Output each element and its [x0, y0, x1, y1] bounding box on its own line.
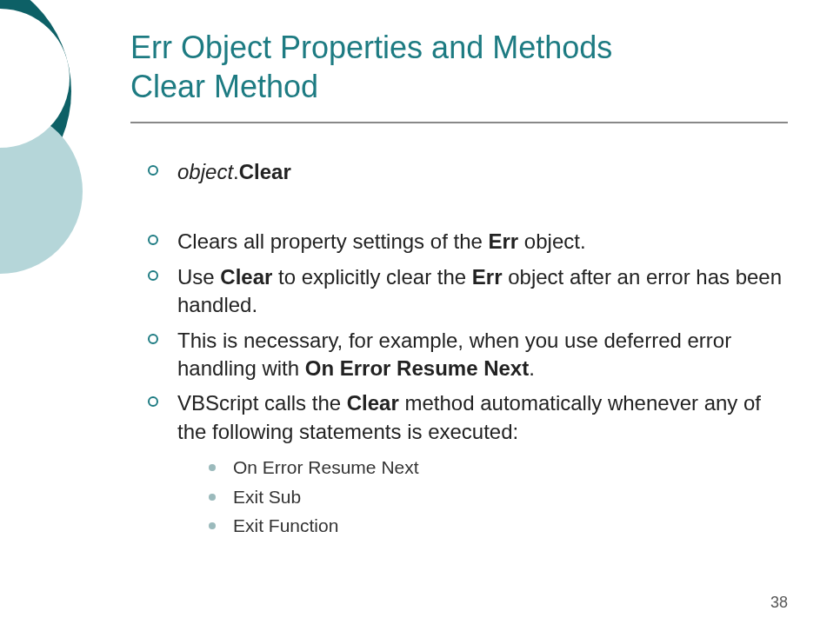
bullet-item-0: object.Clear: [148, 158, 788, 186]
circle-bullet-icon: [148, 235, 158, 245]
bullet-text: VBScript calls the Clear method automati…: [177, 391, 761, 442]
bullet-text: Clears all property settings of the Err …: [177, 229, 586, 253]
slide-content: Err Object Properties and Methods Clear …: [0, 0, 840, 541]
bullet-text: This is necessary, for example, when you…: [177, 329, 731, 380]
dot-bullet-icon: [209, 522, 216, 529]
sub-bullet-text: Exit Function: [233, 515, 338, 535]
title-line-1: Err Object Properties and Methods: [130, 30, 612, 65]
bullet-item-3: This is necessary, for example, when you…: [148, 327, 788, 383]
bullet-text: object.Clear: [177, 160, 291, 183]
bullet-item-1: Clears all property settings of the Err …: [148, 228, 788, 256]
sub-bullet-item-1: Exit Sub: [209, 482, 788, 512]
sub-bullet-item-2: Exit Function: [209, 511, 788, 541]
circle-bullet-icon: [148, 165, 158, 176]
bullet-text: Use Clear to explicitly clear the Err ob…: [177, 265, 782, 316]
circle-bullet-icon: [148, 270, 158, 281]
slide-title: Err Object Properties and Methods Clear …: [130, 28, 788, 106]
circle-bullet-icon: [148, 396, 158, 407]
dot-bullet-icon: [209, 494, 216, 501]
sub-bullet-list: On Error Resume NextExit SubExit Functio…: [148, 453, 788, 541]
title-line-2: Clear Method: [130, 69, 318, 104]
bullet-list: object.ClearClears all property settings…: [130, 158, 788, 541]
bullet-item-2: Use Clear to explicitly clear the Err ob…: [148, 263, 788, 320]
bullet-item-4: VBScript calls the Clear method automati…: [148, 389, 788, 446]
dot-bullet-icon: [209, 464, 216, 471]
page-number: 38: [770, 594, 788, 612]
title-divider: [130, 122, 788, 123]
sub-bullet-item-0: On Error Resume Next: [209, 453, 788, 482]
circle-bullet-icon: [148, 334, 158, 344]
sub-bullet-text: On Error Resume Next: [233, 457, 419, 477]
sub-bullet-text: Exit Sub: [233, 487, 301, 507]
